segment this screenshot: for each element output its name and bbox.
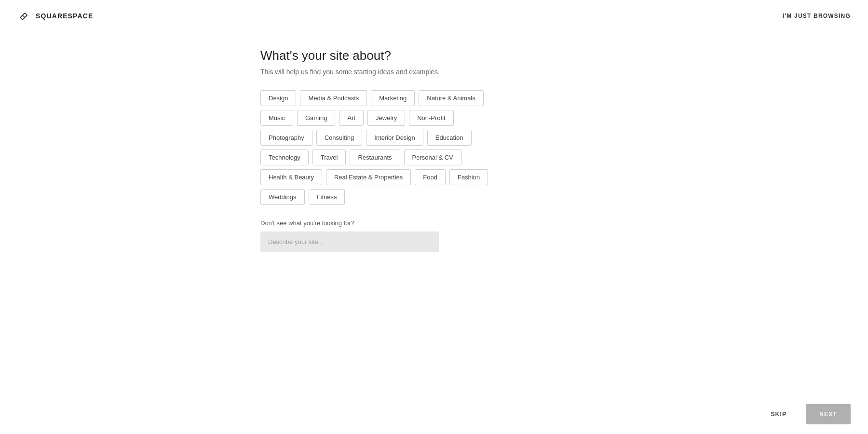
dont-see-label: Don't see what you're looking for?: [260, 219, 354, 227]
tag-non-profit[interactable]: Non-Profit: [409, 110, 454, 126]
tag-design[interactable]: Design: [260, 90, 296, 106]
tag-technology[interactable]: Technology: [260, 149, 309, 165]
tag-art[interactable]: Art: [339, 110, 364, 126]
tags-container: DesignMedia & PodcastsMarketingNature & …: [260, 90, 502, 205]
tag-personal-cv[interactable]: Personal & CV: [404, 149, 461, 165]
tag-food[interactable]: Food: [415, 169, 446, 185]
describe-input[interactable]: [260, 231, 439, 252]
main-content: What's your site about? This will help u…: [0, 0, 868, 252]
tag-fitness[interactable]: Fitness: [309, 189, 345, 205]
tag-gaming[interactable]: Gaming: [297, 110, 336, 126]
tag-media-podcasts[interactable]: Media & Podcasts: [300, 90, 367, 106]
next-button[interactable]: NEXT: [806, 404, 851, 424]
header: SQUARESPACE I'M JUST BROWSING: [0, 0, 868, 32]
tag-fashion[interactable]: Fashion: [449, 169, 488, 185]
tag-health-beauty[interactable]: Health & Beauty: [260, 169, 322, 185]
tag-jewelry[interactable]: Jewelry: [367, 110, 405, 126]
tag-interior-design[interactable]: Interior Design: [366, 130, 423, 146]
tag-real-estate[interactable]: Real Estate & Properties: [326, 169, 411, 185]
tag-marketing[interactable]: Marketing: [371, 90, 415, 106]
tag-music[interactable]: Music: [260, 110, 293, 126]
tag-nature-animals[interactable]: Nature & Animals: [419, 90, 483, 106]
just-browsing-button[interactable]: I'M JUST BROWSING: [783, 9, 851, 23]
page-title: What's your site about?: [260, 48, 391, 63]
logo[interactable]: SQUARESPACE: [17, 9, 93, 23]
tag-restaurants[interactable]: Restaurants: [350, 149, 400, 165]
tag-weddings[interactable]: Weddings: [260, 189, 305, 205]
page-subtitle: This will help us find you some starting…: [260, 68, 440, 76]
tag-consulting[interactable]: Consulting: [316, 130, 362, 146]
squarespace-logo-icon: [17, 9, 31, 23]
skip-button[interactable]: SKIP: [763, 405, 794, 423]
tag-photography[interactable]: Photography: [260, 130, 312, 146]
bottom-bar: SKIP NEXT: [0, 394, 868, 434]
tag-travel[interactable]: Travel: [312, 149, 346, 165]
tag-education[interactable]: Education: [427, 130, 472, 146]
logo-text: SQUARESPACE: [36, 12, 93, 20]
